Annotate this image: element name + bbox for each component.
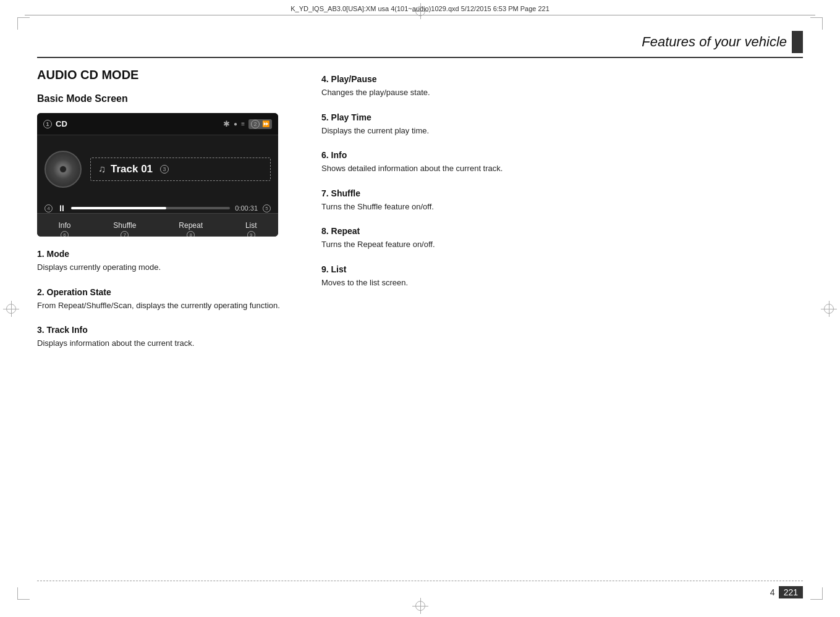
crop-mark-tr [810, 17, 823, 30]
desc-title-2: 2. Operation State [37, 287, 297, 297]
cd-screen-middle: ♫ Track 01 3 [37, 135, 278, 203]
file-info-bar: K_YD_IQS_AB3.0[USA]:XM usa 4(101~audio)1… [25, 5, 815, 15]
crop-mark-br [810, 587, 823, 600]
desc-body-2: From Repeat/Shuffle/Scan, displays the c… [37, 300, 297, 312]
pause-bars: ⏸ [57, 203, 66, 213]
desc-body-5: Displays the current play time. [321, 125, 803, 137]
bluetooth-icon: ✱ [223, 119, 230, 128]
circle-num-9: 9 [247, 231, 255, 237]
desc-item-5: 5. Play Time Displays the current play t… [321, 112, 803, 137]
page-title: Features of your vehicle [642, 34, 787, 50]
desc-item-9: 9. List Moves to the list screen. [321, 264, 803, 289]
progress-bar [71, 207, 230, 209]
circle-num-5: 5 [263, 204, 271, 212]
music-note-icon: ♫ [98, 164, 106, 175]
page-number-box: 221 [779, 586, 803, 598]
crop-mark-bl [17, 587, 30, 600]
desc-item-3: 3. Track Info Displays information about… [37, 325, 297, 350]
desc-body-9: Moves to the list screen. [321, 277, 803, 289]
circle-num-7: 7 [121, 231, 129, 237]
desc-body-7: Turns the Shuffle feature on/off. [321, 201, 803, 213]
cd-mode-text: CD [56, 119, 67, 128]
crop-mark-tl [17, 17, 30, 30]
desc-title-5: 5. Play Time [321, 112, 803, 122]
cd-progress-bar-row: 4 ⏸ 0:00:31 5 [37, 203, 278, 213]
cd-button-bar: Info 6 Shuffle 7 Repeat 8 List 9 [37, 213, 278, 237]
bottom-bar: 4 221 [37, 581, 803, 598]
dot-icon: ● [234, 120, 237, 127]
left-descriptions: 1. Mode Displays currently operating mod… [37, 249, 297, 350]
cd-btn-shuffle[interactable]: Shuffle 7 [113, 221, 136, 237]
cd-disc-icon [45, 151, 82, 188]
cd-disc-inner [59, 166, 67, 173]
desc-title-6: 6. Info [321, 150, 803, 160]
right-descriptions: 4. Play/Pause Changes the play/pause sta… [321, 74, 803, 288]
cd-screen: 1 CD ✱ ● ≡ 2 ⏩ ♫ [37, 113, 278, 237]
left-column: AUDIO CD MODE Basic Mode Screen 1 CD ✱ ●… [37, 68, 297, 568]
circle-num-1: 1 [43, 120, 52, 128]
progress-fill [71, 207, 166, 209]
cd-btn-list-label: List [245, 221, 257, 230]
play-pause-icon: ⏸ [57, 203, 66, 213]
reg-mark-bottom [415, 601, 425, 611]
topbar-right: ✱ ● ≡ 2 ⏩ [223, 119, 272, 129]
desc-item-1: 1. Mode Displays currently operating mod… [37, 249, 297, 274]
desc-title-4: 4. Play/Pause [321, 74, 803, 84]
cd-topbar: 1 CD ✱ ● ≡ 2 ⏩ [37, 113, 278, 135]
desc-title-1: 1. Mode [37, 249, 297, 259]
page-number: 221 [784, 587, 798, 597]
desc-title-3: 3. Track Info [37, 325, 297, 335]
cd-btn-shuffle-label: Shuffle [113, 221, 136, 230]
desc-item-4: 4. Play/Pause Changes the play/pause sta… [321, 74, 803, 99]
circle-num-8: 8 [187, 231, 195, 237]
reg-mark-right [824, 304, 834, 314]
menu-icon: ≡ [241, 120, 245, 127]
desc-title-8: 8. Repeat [321, 226, 803, 236]
file-info-text: K_YD_IQS_AB3.0[USA]:XM usa 4(101~audio)1… [291, 5, 549, 12]
reg-mark-left [6, 304, 16, 314]
op-icon: ⏩ [262, 120, 269, 127]
track-name: Track 01 [111, 163, 153, 175]
cd-btn-repeat[interactable]: Repeat 8 [179, 221, 203, 237]
desc-body-4: Changes the play/pause state. [321, 86, 803, 99]
chapter-number: 4 [770, 587, 775, 597]
cd-track-box: ♫ Track 01 3 [90, 157, 271, 181]
page-info: 4 221 [770, 586, 803, 598]
cd-btn-info[interactable]: Info 6 [58, 221, 70, 237]
circle-num-4: 4 [45, 204, 53, 212]
cd-mode-label: 1 CD [43, 119, 67, 128]
desc-body-8: Turns the Repeat feature on/off. [321, 238, 803, 251]
desc-item-8: 8. Repeat Turns the Repeat feature on/of… [321, 226, 803, 251]
desc-item-2: 2. Operation State From Repeat/Shuffle/S… [37, 287, 297, 312]
header-section: Features of your vehicle [37, 31, 803, 58]
circle-num-3: 3 [160, 165, 169, 174]
cd-btn-info-label: Info [58, 221, 70, 230]
cd-btn-list[interactable]: List 9 [245, 221, 257, 237]
operation-badge: 2 ⏩ [248, 119, 272, 129]
header-accent-bar [792, 31, 803, 53]
desc-item-7: 7. Shuffle Turns the Shuffle feature on/… [321, 188, 803, 213]
desc-item-6: 6. Info Shows detailed information about… [321, 150, 803, 175]
time-display: 0:00:31 [235, 204, 258, 212]
section-title: AUDIO CD MODE [37, 68, 297, 82]
cd-btn-repeat-label: Repeat [179, 221, 203, 230]
circle-num-2: 2 [251, 120, 260, 128]
desc-body-6: Shows detailed information about the cur… [321, 162, 803, 175]
main-content: AUDIO CD MODE Basic Mode Screen 1 CD ✱ ●… [37, 68, 803, 568]
subsection-title: Basic Mode Screen [37, 93, 297, 104]
desc-body-3: Displays information about the current t… [37, 337, 297, 350]
desc-title-7: 7. Shuffle [321, 188, 803, 198]
circle-num-6: 6 [61, 231, 69, 237]
right-column: 4. Play/Pause Changes the play/pause sta… [321, 68, 803, 568]
desc-body-1: Displays currently operating mode. [37, 261, 297, 274]
desc-title-9: 9. List [321, 264, 803, 274]
